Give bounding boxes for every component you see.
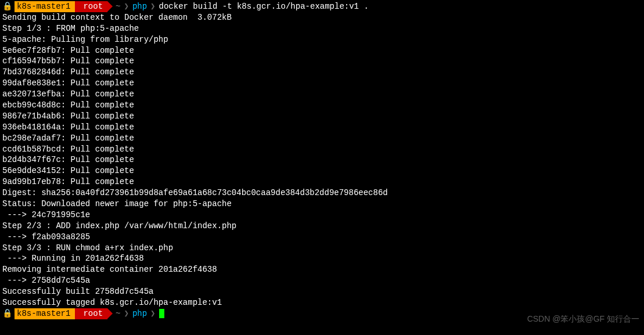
output-line: 9867e71b4ab6: Pull complete [2, 111, 642, 122]
chevron-right-icon: ❯ [124, 308, 128, 319]
chevron-right-icon: ❯ [150, 308, 155, 319]
lock-icon: 🔒 [2, 1, 12, 12]
output-line: 5-apache: Pulling from library/php [2, 34, 642, 45]
output-line: Step 1/3 : FROM php:5-apache [2, 23, 642, 34]
dir-segment: php [130, 1, 149, 12]
chevron-right-icon: ❯ [124, 1, 128, 12]
output-line: ebcb99c48d8c: Pull complete [2, 100, 642, 111]
output-line: cf165947b5b7: Pull complete [2, 56, 642, 67]
output-line: bc298e7adaf7: Pull complete [2, 133, 642, 144]
output-line: 56e9dde34152: Pull complete [2, 165, 642, 176]
output-line: ---> 2758dd7c545a [2, 275, 642, 286]
watermark-text: CSDN @笨小孩@GF 知行合一 [527, 314, 639, 325]
output-line: 5e6ec7f28fb7: Pull complete [2, 45, 642, 56]
prompt-line-1: 🔒 k8s-master1 root ~ ❯ php ❯ docker buil… [2, 1, 642, 12]
output-line: 99daf8e838e1: Pull complete [2, 78, 642, 89]
dir-segment: php [130, 308, 149, 319]
host-segment: k8s-master1 [15, 1, 75, 12]
output-line: Status: Downloaded newer image for php:5… [2, 199, 642, 210]
chevron-right-icon: ❯ [150, 1, 155, 12]
terminal-window[interactable]: 🔒 k8s-master1 root ~ ❯ php ❯ docker buil… [0, 0, 644, 320]
output-line: Successfully built 2758dd7c545a [2, 286, 642, 297]
lock-icon: 🔒 [2, 308, 12, 319]
output-line: ---> f2ab093a8285 [2, 232, 642, 243]
output-line: b2d4b347f67c: Pull complete [2, 154, 642, 165]
command-text: docker build -t k8s.gcr.io/hpa-example:v… [159, 1, 369, 12]
output-line: Step 3/3 : RUN chmod a+rx index.php [2, 243, 642, 254]
host-segment: k8s-master1 [15, 308, 75, 319]
output-line: 7bd37682846d: Pull complete [2, 67, 642, 78]
output-line: Step 2/3 : ADD index.php /var/www/html/i… [2, 221, 642, 232]
output-line: Successfully tagged k8s.gcr.io/hpa-examp… [2, 297, 642, 308]
output-line: ---> Running in 201a262f4638 [2, 253, 642, 264]
output-line: Sending build context to Docker daemon 3… [2, 12, 642, 23]
output-line: Digest: sha256:0a40fd273961b99d8afe69a61… [2, 188, 642, 199]
user-segment: root [75, 308, 107, 319]
cursor [159, 309, 164, 318]
output-line: 936eb418164a: Pull complete [2, 122, 642, 133]
user-segment: root [75, 1, 107, 12]
output-line: ae320713efba: Pull complete [2, 89, 642, 100]
output-line: ---> 24c791995c1e [2, 210, 642, 221]
output-line: Removing intermediate container 201a262f… [2, 264, 642, 275]
output-line: 9ad99b17eb78: Pull complete [2, 176, 642, 188]
output-line: ccd61b587bcd: Pull complete [2, 144, 642, 155]
